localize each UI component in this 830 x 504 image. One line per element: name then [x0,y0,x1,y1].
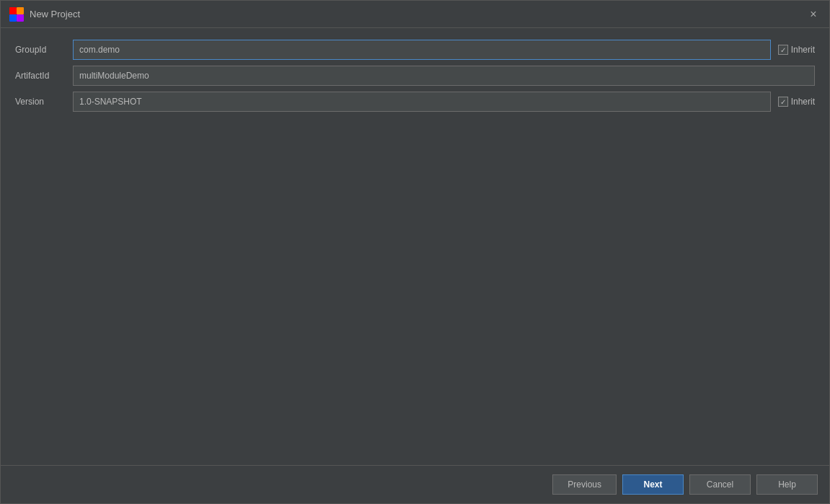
spacer [15,118,815,454]
svg-rect-1 [17,7,24,14]
artifact-id-row: ArtifactId [15,66,815,86]
version-inherit-checkbox[interactable] [778,97,788,107]
version-row: Version Inherit [15,92,815,112]
group-id-inherit-label: Inherit [791,45,815,55]
group-id-input[interactable] [73,40,771,60]
version-input[interactable] [73,92,771,112]
app-icon [9,7,24,22]
artifact-id-input[interactable] [73,66,815,86]
new-project-dialog: New Project × GroupId Inherit ArtifactId… [0,0,830,504]
cancel-button[interactable]: Cancel [689,474,751,495]
version-inherit: Inherit [778,97,815,107]
version-input-wrapper [73,92,771,112]
previous-button[interactable]: Previous [552,474,617,495]
content-area: GroupId Inherit ArtifactId Version [1,28,829,465]
group-id-inherit: Inherit [778,45,815,55]
group-id-row: GroupId Inherit [15,40,815,60]
artifact-id-input-wrapper [73,66,815,86]
group-id-input-wrapper [73,40,771,60]
button-bar: Previous Next Cancel Help [1,465,829,503]
artifact-id-label: ArtifactId [15,71,73,81]
close-button[interactable]: × [806,7,821,22]
title-bar: New Project × [1,1,829,28]
help-button[interactable]: Help [756,474,818,495]
version-inherit-label: Inherit [791,97,815,107]
dialog-title: New Project [30,9,80,19]
version-label: Version [15,97,73,107]
svg-rect-0 [9,7,17,14]
svg-rect-2 [9,14,17,22]
title-bar-left: New Project [9,7,80,22]
group-id-label: GroupId [15,45,73,55]
group-id-inherit-checkbox[interactable] [778,45,788,55]
svg-rect-3 [17,14,24,22]
next-button[interactable]: Next [622,474,684,495]
